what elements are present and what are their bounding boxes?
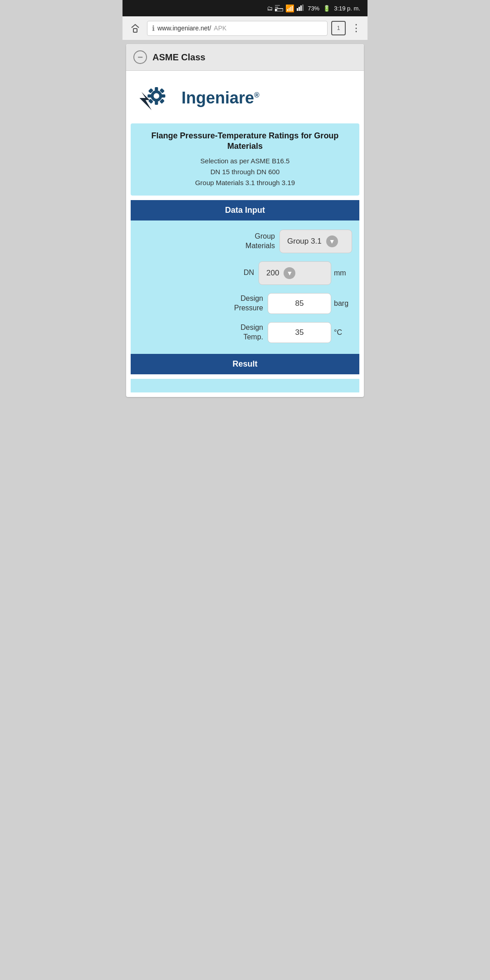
group-materials-dropdown-arrow: ▼	[326, 235, 338, 247]
svg-rect-0	[275, 9, 276, 11]
tab-count-button[interactable]: 1	[331, 21, 346, 35]
logo-area: Ingeniare®	[126, 71, 364, 123]
svg-rect-3	[277, 9, 283, 11]
svg-point-10	[154, 93, 159, 98]
home-button[interactable]	[127, 20, 143, 36]
group-materials-row: GroupMaterials Group 3.1 ▼	[138, 230, 352, 253]
design-pressure-label: DesignPressure	[138, 294, 263, 313]
dn-dropdown[interactable]: 200 ▼	[259, 261, 331, 285]
svg-rect-14	[161, 94, 165, 98]
svg-rect-5	[299, 7, 300, 11]
dn-label: DN	[138, 268, 254, 278]
collapse-button[interactable]: −	[133, 50, 147, 64]
result-area	[131, 379, 359, 392]
result-label: Result	[232, 359, 257, 368]
design-temp-row: DesignTemp. 35 °C	[138, 322, 352, 343]
section-header: − ASME Class	[126, 44, 364, 71]
svg-rect-7	[302, 5, 304, 11]
svg-rect-8	[133, 29, 137, 32]
info-box: Flange Pressure-Temperature Ratings for …	[131, 123, 359, 196]
design-pressure-control: 85 barg	[268, 293, 352, 314]
result-bar: Result	[131, 354, 359, 374]
browser-chrome: ℹ www.ingeniare.net/APK 1 ⋮	[122, 16, 368, 40]
logo-icon	[135, 80, 176, 116]
signal-icon	[297, 5, 304, 12]
info-sub: Selection as per ASME B16.5 DN 15 throug…	[138, 156, 352, 188]
svg-rect-11	[155, 87, 158, 91]
status-icons: 🗂 📶	[267, 4, 304, 13]
svg-rect-12	[155, 101, 158, 105]
info-title: Flange Pressure-Temperature Ratings for …	[138, 131, 352, 152]
logo-brand-name: Ingeniare®	[181, 88, 260, 107]
dn-row: DN 200 ▼ mm	[138, 261, 352, 285]
data-input-area: GroupMaterials Group 3.1 ▼ DN 200 ▼ mm D…	[131, 220, 359, 354]
address-bar[interactable]: ℹ www.ingeniare.net/APK	[147, 21, 328, 36]
design-pressure-row: DesignPressure 85 barg	[138, 293, 352, 314]
data-input-label: Data Input	[225, 206, 265, 215]
design-temp-input[interactable]: 35	[268, 322, 331, 343]
dn-dropdown-arrow: ▼	[284, 267, 295, 279]
design-temp-label: DesignTemp.	[138, 323, 263, 342]
browser-menu-button[interactable]: ⋮	[349, 22, 363, 34]
status-bar: 🗂 📶 73% 🔋 3:19 p. m.	[122, 0, 368, 16]
logo-text-area: Ingeniare®	[181, 88, 260, 108]
svg-rect-4	[297, 8, 298, 11]
group-materials-label: GroupMaterials	[138, 232, 275, 251]
group-materials-dropdown[interactable]: Group 3.1 ▼	[279, 230, 352, 253]
battery-icon: 🔋	[323, 5, 330, 12]
battery-percentage: 73%	[308, 5, 319, 12]
info-icon: ℹ	[152, 24, 155, 33]
design-temp-unit: °C	[334, 328, 352, 337]
group-materials-control: Group 3.1 ▼	[279, 230, 352, 253]
design-pressure-input[interactable]: 85	[268, 293, 331, 314]
cast-icon	[275, 4, 283, 13]
url-path: APK	[214, 24, 226, 32]
dn-unit: mm	[334, 269, 352, 277]
dn-control: 200 ▼ mm	[259, 261, 352, 285]
url-base: www.ingeniare.net/	[157, 24, 211, 32]
svg-rect-13	[147, 94, 152, 98]
wifi-icon: 📶	[285, 4, 294, 13]
svg-rect-6	[300, 5, 302, 11]
data-input-bar: Data Input	[131, 200, 359, 220]
sd-card-icon: 🗂	[267, 5, 273, 12]
time: 3:19 p. m.	[334, 5, 360, 12]
design-pressure-unit: barg	[334, 299, 352, 308]
svg-rect-2	[275, 5, 280, 6]
main-content-card: − ASME Class	[126, 44, 364, 397]
svg-rect-1	[275, 7, 278, 8]
design-temp-control: 35 °C	[268, 322, 352, 343]
section-title: ASME Class	[152, 52, 206, 63]
